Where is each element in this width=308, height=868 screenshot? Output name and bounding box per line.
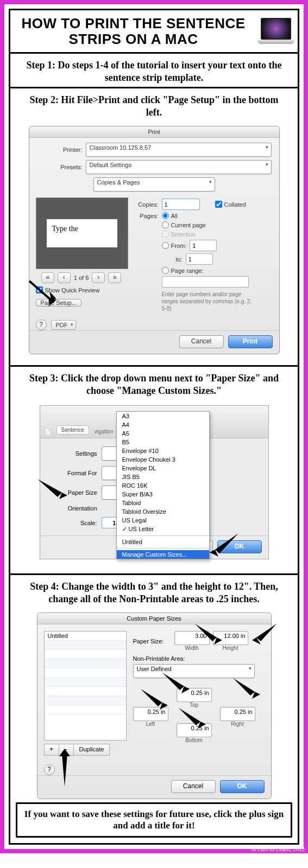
page-indicator: 1 of 6 xyxy=(74,275,89,281)
list-item[interactable]: Untitled xyxy=(45,631,126,641)
width-input[interactable]: 3.00 xyxy=(174,631,210,645)
duplicate-button[interactable]: Duplicate xyxy=(74,744,110,756)
step3-panel: Step 3: Click the drop down menu next to… xyxy=(9,367,299,575)
np-right[interactable]: 0.25 in xyxy=(220,707,255,721)
paper-size-dropdown[interactable]: A3 A4 A5 B5 Envelope #10 Envelope Chouke… xyxy=(116,411,210,559)
page-title: HOW TO PRINT THE SENTENCE STRIPS ON A MA… xyxy=(14,16,253,47)
step1-panel: Step 1: Do steps 1-4 of the tutorial to … xyxy=(9,54,299,88)
list-item[interactable]: ROC 16K xyxy=(117,481,209,490)
custom-sizes-dialog: Custom Paper Sizes Untitled + - Duplicat… xyxy=(37,612,272,799)
list-item[interactable]: A5 xyxy=(117,429,209,438)
list-item[interactable]: Super B/A3 xyxy=(117,490,209,499)
sizes-list[interactable]: Untitled xyxy=(44,631,127,741)
pages-selection: Selection xyxy=(162,231,196,238)
pages-current[interactable]: Current page xyxy=(162,221,206,228)
step2-heading: Step 2: Hit File>Print and click "Page S… xyxy=(10,88,298,122)
page-prev[interactable]: ‹ xyxy=(58,272,71,283)
dialog-title: Custom Paper Sizes xyxy=(37,613,271,624)
manage-custom-sizes[interactable]: Manage Custom Sizes... xyxy=(117,550,209,559)
collated[interactable]: Collated xyxy=(215,201,246,208)
list-item[interactable]: Envelope Choukei 3 xyxy=(117,455,209,464)
title-panel: HOW TO PRINT THE SENTENCE STRIPS ON A MA… xyxy=(9,9,299,54)
printer-select[interactable]: Classroom 10.125.8.57 xyxy=(86,143,272,157)
print-dialog: Print Printer: Classroom 10.125.8.57 Pre… xyxy=(29,126,280,354)
page-last[interactable]: » xyxy=(108,272,121,283)
list-item[interactable]: B5 xyxy=(117,438,209,446)
help-icon[interactable]: ? xyxy=(44,764,55,775)
ok-button[interactable]: OK xyxy=(217,540,262,553)
section-select[interactable]: Copies & Pages xyxy=(93,177,215,192)
range-input[interactable] xyxy=(162,276,249,288)
list-item[interactable]: JIS B5 xyxy=(117,473,209,481)
list-item[interactable]: US Letter xyxy=(117,525,209,534)
copies-input[interactable] xyxy=(162,199,200,210)
step3-heading: Step 3: Click the drop down menu next to… xyxy=(10,367,298,400)
cancel-button[interactable]: Cancel xyxy=(171,780,216,793)
show-quick-preview[interactable]: Show Quick Preview xyxy=(36,286,100,293)
list-item[interactable]: Untitled xyxy=(117,538,209,546)
presets-label: Presets: xyxy=(37,164,83,170)
range-hint: Enter page numbers and/or page ranges se… xyxy=(162,291,254,312)
doc-tab[interactable]: Sentence xyxy=(56,425,89,435)
page-setup-dialog: 📄Sentence vigation Gallery T Settings Fo… xyxy=(40,405,269,559)
pages-from[interactable]: From: xyxy=(162,242,187,249)
list-item[interactable]: US Legal xyxy=(117,516,209,525)
add-button[interactable]: + xyxy=(44,744,59,756)
step2-panel: Step 2: Hit File>Print and click "Page S… xyxy=(9,88,299,367)
help-icon[interactable]: ? xyxy=(36,320,47,330)
list-item[interactable]: Envelope DL xyxy=(117,464,209,473)
np-left[interactable]: 0.25 in xyxy=(133,707,168,721)
list-item[interactable]: A3 xyxy=(117,412,209,420)
np-bottom[interactable]: 0.25 in xyxy=(177,723,212,737)
to-input[interactable] xyxy=(186,253,213,265)
list-item[interactable]: Tabloid Oversize xyxy=(117,507,209,516)
remove-button[interactable]: - xyxy=(59,744,74,756)
page-first[interactable]: « xyxy=(41,272,54,283)
credit: A Turn to Learn, 2012 xyxy=(252,846,305,852)
pages-range[interactable]: Page range: xyxy=(162,267,204,274)
list-item[interactable]: A4 xyxy=(117,420,209,429)
page-next[interactable]: › xyxy=(92,272,105,283)
np-select[interactable]: User Defined xyxy=(133,664,255,678)
page-setup-button[interactable]: Page Setup... xyxy=(36,299,82,307)
step1-text: Step 1: Do steps 1-4 of the tutorial to … xyxy=(10,54,298,87)
printer-label: Printer: xyxy=(37,146,83,153)
print-button[interactable]: Print xyxy=(228,335,273,348)
height-input[interactable]: 12.00 in xyxy=(213,631,248,645)
np-top[interactable]: 0.25 in xyxy=(177,688,212,702)
preview-page: Type the xyxy=(47,219,117,247)
pages-all[interactable]: All xyxy=(162,212,178,219)
dialog-title: Print xyxy=(29,126,279,138)
preview-box: Type the xyxy=(36,197,128,269)
list-item[interactable]: Tabloid xyxy=(117,499,209,507)
step4-panel: Step 4: Change the width to 3" and the h… xyxy=(9,575,299,845)
np-label: Non-Printable Area: xyxy=(133,655,265,662)
ok-button[interactable]: OK xyxy=(220,780,265,793)
list-item[interactable]: Envelope #10 xyxy=(117,446,209,455)
footer-note: If you want to save these settings for f… xyxy=(16,802,292,838)
presets-select[interactable]: Default Settings xyxy=(86,160,272,174)
from-input[interactable] xyxy=(190,240,217,251)
laptop-icon xyxy=(257,18,294,45)
pdf-menu[interactable]: PDF xyxy=(51,320,76,330)
cancel-button[interactable]: Cancel xyxy=(179,335,224,348)
step4-heading: Step 4: Change the width to 3" and the h… xyxy=(10,575,298,608)
